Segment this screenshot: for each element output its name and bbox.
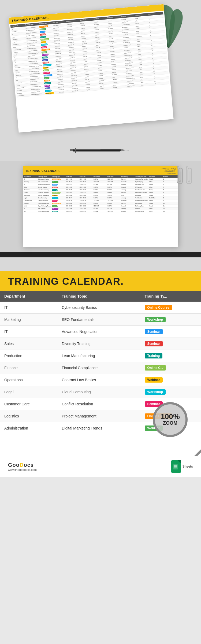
mid-doc-header: TRAINING CALENDAR. TRAININGS BY MONTH To… xyxy=(23,166,178,175)
sheets-icon xyxy=(171,460,181,473)
cell-department: Marketing xyxy=(0,313,57,325)
zoom-section: TRAINING CALENDAR. Department Training T… xyxy=(0,271,201,456)
top-preview-section: TRAINING CALENDAR. Department Training T… xyxy=(0,0,201,139)
table-row: Production Lean Manufacturing Training xyxy=(0,350,201,362)
magnifier-container: 100% ZOOM xyxy=(0,402,201,450)
col-department: Department xyxy=(0,291,57,302)
goodocs-logo: GooDocs www.thegoodocs.com xyxy=(8,462,37,471)
col-training-type: Training Ty... xyxy=(140,291,201,302)
cell-topic: Contract Law Basics xyxy=(57,374,140,386)
table-row: Sales Diversity Training Seminar xyxy=(0,338,201,350)
cell-topic: Cybersecurity Basics xyxy=(57,302,140,314)
cell-department: Production xyxy=(0,350,57,362)
brand-url: www.thegoodocs.com xyxy=(8,468,37,471)
cell-topic: Financial Compliance xyxy=(57,362,140,374)
cell-type: Seminar xyxy=(140,325,201,338)
svg-rect-5 xyxy=(75,148,76,153)
svg-marker-4 xyxy=(126,150,129,150)
magnifier-percent: 100% xyxy=(161,413,180,420)
col-training-topic: Training Topic xyxy=(57,291,140,302)
cell-type: Online Course xyxy=(140,302,201,314)
paperclips xyxy=(176,164,193,187)
table-row: IT Advanced Negotiation Seminar xyxy=(0,325,201,338)
sheets-label: Sheets xyxy=(183,465,193,468)
cell-topic: Advanced Negotiation xyxy=(57,325,140,338)
magnifier: 100% ZOOM xyxy=(153,402,196,450)
top-document-preview: TRAINING CALENDAR. Department Training T… xyxy=(9,4,173,133)
table-header-row: Department Training Topic Training Ty... xyxy=(0,291,201,302)
cell-type: Training xyxy=(140,350,201,362)
svg-rect-11 xyxy=(174,467,177,468)
cell-type: Webinar xyxy=(140,374,201,386)
brand-dot-o: D xyxy=(20,462,24,468)
svg-rect-9 xyxy=(174,465,177,466)
svg-rect-6 xyxy=(70,149,73,151)
zoom-header: TRAINING CALENDAR. xyxy=(0,271,201,291)
brand-name: GooDocs xyxy=(8,462,37,468)
mid-document: TRAINING CALENDAR. TRAININGS BY MONTH To… xyxy=(23,166,178,247)
cell-topic: SEO Fundamentals xyxy=(57,313,140,325)
table-row: Operations Contract Law Basics Webinar xyxy=(0,374,201,386)
cell-topic: Diversity Training xyxy=(57,338,140,350)
svg-rect-12 xyxy=(174,468,176,468)
magnifier-glass: 100% ZOOM xyxy=(153,402,188,437)
cell-department: Operations xyxy=(0,374,57,386)
table-row: Finance Financial Compliance Online C... xyxy=(0,362,201,374)
gap-between xyxy=(0,257,201,271)
cell-type: Online C... xyxy=(140,362,201,374)
table-row: Legal Cloud Computing Workshop xyxy=(0,386,201,398)
table-row: Marketing SEO Fundamentals Workshop xyxy=(0,313,201,325)
magnifier-handle xyxy=(192,449,201,456)
cell-type: Seminar xyxy=(140,338,201,350)
zoom-title: TRAINING CALENDAR. xyxy=(8,276,193,287)
cell-department: Sales xyxy=(0,338,57,350)
table-row: IT Cybersecurity Basics Online Course xyxy=(0,302,201,314)
cell-department: IT xyxy=(0,325,57,338)
cell-topic: Cloud Computing xyxy=(57,386,140,398)
svg-rect-10 xyxy=(174,466,177,467)
cell-topic: Lean Manufacturing xyxy=(57,350,140,362)
svg-rect-7 xyxy=(74,149,100,150)
cell-department: Finance xyxy=(0,362,57,374)
mid-doc-stats: TRAININGS BY MONTH Total Trainings: 27 D… xyxy=(161,168,176,174)
cell-type: Workshop xyxy=(140,386,201,398)
black-bar xyxy=(0,252,201,257)
cell-type: Workshop xyxy=(140,313,201,325)
pen-section xyxy=(0,139,201,161)
zoom-table-wrapper: Department Training Topic Training Ty...… xyxy=(0,291,201,456)
footer: GooDocs www.thegoodocs.com Sheets xyxy=(0,456,201,477)
cell-department: IT xyxy=(0,302,57,314)
mid-preview-section: TRAINING CALENDAR. TRAININGS BY MONTH To… xyxy=(0,161,201,252)
magnifier-zoom: ZOOM xyxy=(163,420,177,426)
cell-department: Legal xyxy=(0,386,57,398)
svg-marker-3 xyxy=(121,149,126,151)
sheets-wrapper: Sheets xyxy=(171,460,193,473)
svg-rect-8 xyxy=(173,464,178,469)
mid-doc-title: TRAINING CALENDAR. xyxy=(25,169,60,172)
